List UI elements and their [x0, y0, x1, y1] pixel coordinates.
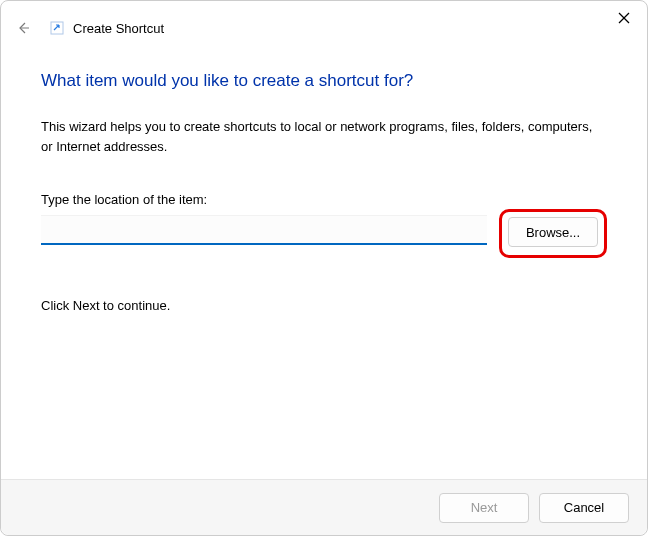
close-icon[interactable] [615, 9, 633, 27]
titlebar: Create Shortcut [1, 1, 647, 41]
svg-rect-1 [51, 22, 63, 34]
location-row: Browse... [41, 215, 607, 258]
next-button[interactable]: Next [439, 493, 529, 523]
wizard-content: What item would you like to create a sho… [1, 41, 647, 479]
wizard-footer: Next Cancel [1, 479, 647, 535]
browse-highlight: Browse... [499, 209, 607, 258]
back-arrow-icon[interactable] [13, 18, 33, 38]
continue-hint: Click Next to continue. [41, 298, 607, 313]
location-label: Type the location of the item: [41, 192, 607, 207]
page-heading: What item would you like to create a sho… [41, 71, 607, 91]
browse-button[interactable]: Browse... [508, 217, 598, 247]
cancel-button[interactable]: Cancel [539, 493, 629, 523]
location-input[interactable] [41, 215, 487, 245]
page-description: This wizard helps you to create shortcut… [41, 117, 607, 156]
window-title: Create Shortcut [73, 21, 164, 36]
shortcut-app-icon [49, 20, 65, 36]
